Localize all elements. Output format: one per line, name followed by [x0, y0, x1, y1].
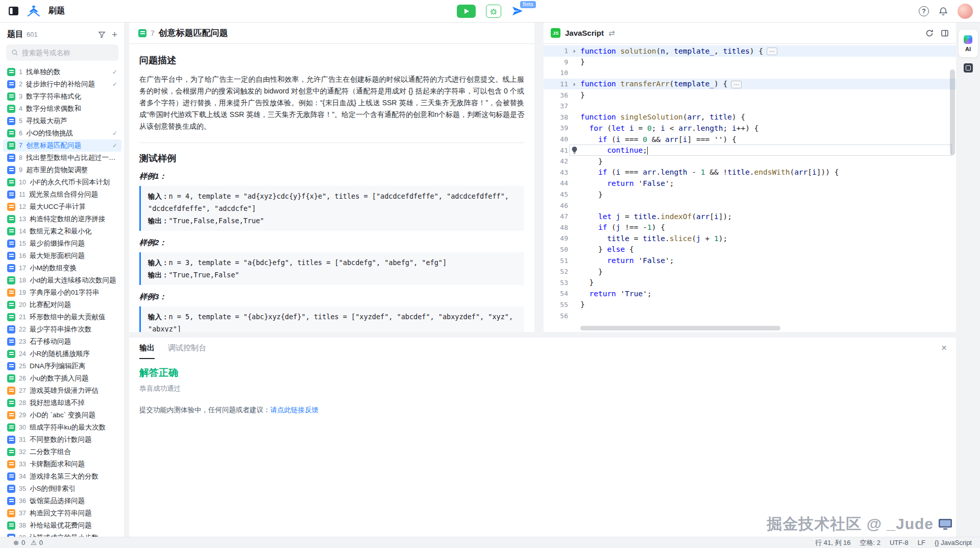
code-line[interactable]: 11›function transferArr(template_) {⋯ [544, 79, 956, 90]
problem-list-item[interactable]: 4数字分组求偶数和 [3, 103, 121, 115]
code-line[interactable]: 51 return 'False'; [544, 255, 956, 266]
search-box[interactable] [6, 44, 118, 61]
problem-list-item[interactable]: 19字典序最小的01字符串 [3, 287, 121, 299]
problem-list-item[interactable]: 21环形数组中的最大贡献值 [3, 311, 121, 323]
horizontal-scrollbar-thumb[interactable] [580, 326, 780, 330]
run-button[interactable] [457, 5, 476, 18]
problem-list-item[interactable]: 15最少前缀操作问题 [3, 237, 121, 250]
problem-list-item[interactable]: 26小u的数字插入问题 [3, 372, 121, 385]
code-line[interactable]: 37 [544, 101, 956, 112]
code-line[interactable]: 40 if (i === 0 && arr[i] === '') { [544, 134, 956, 145]
debug-button[interactable] [486, 5, 501, 18]
problem-list-item[interactable]: 29小D的 `abc` 变换问题 [3, 409, 121, 421]
problem-list-item[interactable]: 24小R的随机播放顺序 [3, 348, 121, 360]
problem-list-item[interactable]: 7创意标题匹配问题✓ [3, 139, 121, 152]
tab-debug-console[interactable]: 调试控制台 [168, 338, 206, 359]
tab-output[interactable]: 输出 [139, 338, 155, 359]
problem-list-item[interactable]: 8找出整型数组中占比超过一半的数 [3, 152, 121, 164]
problem-list-item[interactable]: 35小S的倒排索引 [3, 483, 121, 495]
code-line[interactable]: 45 } [544, 189, 956, 200]
problem-list-item[interactable]: 36饭馆菜品选择问题 [3, 495, 121, 507]
indent-setting[interactable]: 空格: 2 [860, 538, 880, 547]
close-icon[interactable]: × [941, 343, 947, 352]
code-line[interactable]: 47 let j = title.indexOf(arr[i]); [544, 211, 956, 222]
ai-assistant-button[interactable]: AI [959, 30, 978, 57]
problem-list-item[interactable]: 18小d的最大连续移动次数问题 [3, 274, 121, 287]
problem-list-item[interactable]: 6小O的怪物挑战✓ [3, 127, 121, 139]
submit-button[interactable]: Beta [511, 5, 523, 17]
code-line[interactable]: 10 [544, 67, 956, 79]
problem-list-item[interactable]: 13构造特定数组的逆序拼接 [3, 213, 121, 225]
fold-chevron-icon[interactable]: › [572, 47, 576, 55]
code-line[interactable]: 1›function solution(n, template_, titles… [544, 45, 956, 57]
code-line[interactable]: 42 } [544, 156, 956, 167]
vertical-scrollbar-thumb[interactable] [950, 69, 955, 155]
problem-list-item[interactable]: 31不同整数的计数问题 [3, 434, 121, 446]
problem-list-item[interactable]: 2徒步旅行中的补给问题✓ [3, 78, 121, 90]
problem-list-item[interactable]: 14数组元素之和最小化 [3, 225, 121, 237]
help-icon[interactable]: ? [919, 6, 929, 16]
filter-icon[interactable] [98, 31, 106, 38]
fold-chevron-icon[interactable]: › [572, 80, 576, 88]
fold-ellipsis-badge[interactable]: ⋯ [767, 47, 777, 55]
problem-list-item[interactable]: 22最少字符串操作次数 [3, 323, 121, 336]
code-line[interactable]: 9} [544, 57, 956, 68]
sidebar-toggle-icon[interactable] [8, 6, 19, 16]
code-line[interactable]: 41 continue; [544, 145, 956, 156]
problem-list-item[interactable]: 10小F的永久代币卡回本计划 [3, 176, 121, 188]
cursor-position[interactable]: 行 41, 列 16 [815, 538, 850, 547]
code-area[interactable]: 1›function solution(n, template_, titles… [544, 44, 956, 332]
code-line[interactable]: 52 } [544, 266, 956, 277]
code-line[interactable]: 36} [544, 89, 956, 101]
problem-list-item[interactable]: 34游戏排名第三大的分数 [3, 470, 121, 483]
encoding-setting[interactable]: UTF-8 [890, 539, 909, 546]
problem-list-item[interactable]: 33卡牌翻面求和问题 [3, 458, 121, 470]
language-mode[interactable]: {} JavaScript [935, 539, 972, 546]
code-line[interactable]: 53 } [544, 277, 956, 288]
horizontal-scrollbar[interactable] [580, 326, 946, 330]
problem-list-item[interactable]: 32二分数字组合 [3, 446, 121, 458]
reset-code-icon[interactable] [925, 29, 934, 37]
switch-language-icon[interactable]: ⇄ [608, 29, 615, 38]
problem-list-item[interactable]: 5寻找最大葫芦 [3, 115, 121, 127]
code-line[interactable]: 54 return 'True'; [544, 288, 956, 299]
code-line[interactable]: 43 if (i === arr.length - 1 && !title.en… [544, 167, 956, 178]
code-line[interactable]: 49 title = title.slice(j + 1); [544, 233, 956, 244]
problem-list-item[interactable]: 27游戏英雄升级潜力评估 [3, 385, 121, 397]
code-line[interactable]: 50 } else { [544, 244, 956, 255]
problem-list-item[interactable]: 39让算式成立的最小步数 [3, 532, 121, 537]
code-line[interactable]: 44 return 'False'; [544, 178, 956, 189]
problem-list-item[interactable]: 12最大UCC子串计算 [3, 201, 121, 213]
code-line[interactable]: 38function singleSolution(arr, title) { [544, 112, 956, 123]
problem-list-item[interactable]: 16最大矩形面积问题 [3, 250, 121, 262]
problem-list-item[interactable]: 25DNA序列编辑距离 [3, 360, 121, 372]
code-line[interactable]: 39 for (let i = 0; i < arr.length; i++) … [544, 123, 956, 134]
problem-list-item[interactable]: 3数字字符串格式化 [3, 90, 121, 103]
problem-list-item[interactable]: 38补给站最优花费问题 [3, 519, 121, 532]
fold-ellipsis-badge[interactable]: ⋯ [731, 81, 742, 88]
problem-list-item[interactable]: 11观光景点组合得分问题 [3, 188, 121, 201]
lightbulb-icon[interactable] [572, 147, 577, 154]
problem-list-item[interactable]: 17小M的数组变换 [3, 262, 121, 274]
search-input[interactable] [22, 49, 113, 57]
problem-list-item[interactable]: 20比赛配对问题 [3, 299, 121, 311]
problem-list-item[interactable]: 37构造回文字符串问题 [3, 507, 121, 519]
feedback-link[interactable]: 请点此链接反馈 [271, 406, 319, 414]
user-avatar[interactable] [958, 4, 973, 19]
juejin-logo-icon[interactable] [26, 5, 41, 17]
problem-list-item[interactable]: 30组成字符串ku的最大次数 [3, 421, 121, 434]
code-line[interactable]: 46 [544, 200, 956, 211]
code-line[interactable]: 56 [544, 310, 956, 321]
problem-list-item[interactable]: 1找单独的数✓ [3, 66, 121, 78]
widgets-icon[interactable] [964, 63, 973, 73]
add-icon[interactable]: + [112, 30, 117, 39]
problem-list-item[interactable]: 28我好想逃却逃不掉 [3, 397, 121, 409]
code-line[interactable]: 55} [544, 299, 956, 311]
problems-indicator[interactable]: ⊗ 0 ⚠ 0 [13, 539, 43, 546]
code-line[interactable]: 48 if (j !== -1) { [544, 222, 956, 233]
vertical-scrollbar[interactable] [950, 67, 955, 324]
eol-setting[interactable]: LF [918, 539, 925, 546]
split-editor-icon[interactable] [941, 29, 949, 37]
notifications-icon[interactable] [938, 6, 948, 16]
problem-list-item[interactable]: 9超市里的货物架调整 [3, 164, 121, 176]
